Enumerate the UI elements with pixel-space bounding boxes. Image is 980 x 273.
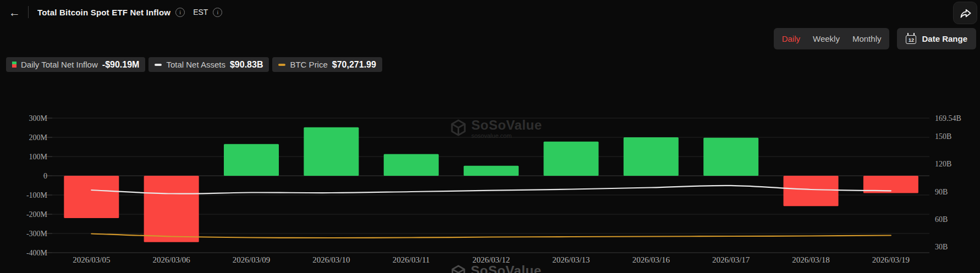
left-axis-label: 0 <box>43 172 47 180</box>
right-axis-label: 30B <box>935 243 948 251</box>
x-axis-label: 2026/03/13 <box>552 255 590 264</box>
x-axis-label: 2026/03/12 <box>472 255 510 264</box>
left-axis-label: -400M <box>26 249 48 257</box>
x-axis-label: 2026/03/05 <box>73 255 110 264</box>
right-axis-label: 169.54B <box>935 114 961 122</box>
bar-2026/03/13[interactable] <box>543 142 598 176</box>
bar-2026/03/06[interactable] <box>144 176 199 242</box>
left-axis-label: -200M <box>26 210 48 219</box>
right-axis-label: 90B <box>935 188 948 196</box>
x-axis-label: 2026/03/18 <box>792 255 829 264</box>
bar-2026/03/09[interactable] <box>224 144 279 176</box>
bar-2026/03/16[interactable] <box>624 137 679 176</box>
bar-2026/03/10[interactable] <box>304 127 359 176</box>
left-axis-label: 100M <box>29 153 48 161</box>
left-axis-label: 200M <box>29 133 48 142</box>
x-axis-label: 2026/03/17 <box>712 255 750 264</box>
left-axis-label: -100M <box>26 191 48 199</box>
inflow-bars <box>64 127 918 242</box>
bar-2026/03/17[interactable] <box>703 138 758 176</box>
bar-2026/03/05[interactable] <box>64 176 119 218</box>
net-assets-line <box>91 186 891 194</box>
bar-2026/03/18[interactable] <box>784 176 839 206</box>
left-axis-label: 300M <box>29 114 48 122</box>
x-axis-label: 2026/03/09 <box>233 255 270 264</box>
left-axis-label: -300M <box>26 230 48 238</box>
btc-price-line <box>91 234 891 238</box>
bar-2026/03/12[interactable] <box>464 166 519 176</box>
right-axis-label: 60B <box>935 215 948 224</box>
inflow-chart: 300M200M100M0-100M-200M-300M-400M169.54B… <box>0 0 980 273</box>
right-axis-label: 120B <box>935 160 951 168</box>
x-axis-label: 2026/03/19 <box>872 255 910 264</box>
bar-2026/03/11[interactable] <box>384 154 439 176</box>
x-axis-label: 2026/03/10 <box>312 255 350 264</box>
x-axis-label: 2026/03/06 <box>152 255 190 264</box>
x-axis-label: 2026/03/16 <box>632 255 670 264</box>
x-axis-label: 2026/03/11 <box>393 255 430 264</box>
right-axis-label: 150B <box>935 132 951 141</box>
etf-net-inflow-dashboard: ← Total Bitcoin Spot ETF Net Inflow i ES… <box>0 0 980 273</box>
